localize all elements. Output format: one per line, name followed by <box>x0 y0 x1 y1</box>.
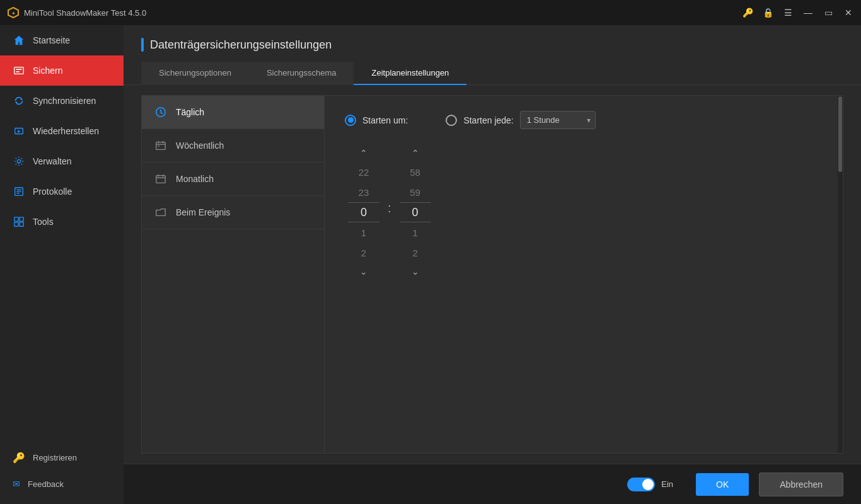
interval-select[interactable]: 1 Stunde 2 Stunden 3 Stunden 6 Stunden 1… <box>520 111 596 129</box>
home-icon <box>13 34 25 47</box>
tab-bar: Sicherungsoptionen Sicherungsschema Zeit… <box>124 62 861 85</box>
key-icon[interactable]: 🔑 <box>743 8 753 18</box>
radio-starten-um[interactable]: Starten um: <box>345 115 408 126</box>
maximize-button[interactable]: ▭ <box>823 8 833 18</box>
minute-plus1: 1 <box>412 222 417 243</box>
minute-minus1: 59 <box>410 182 420 202</box>
sidebar-item-protokolle[interactable]: Protokolle <box>0 176 124 207</box>
schedule-label-taeglich: Täglich <box>176 107 204 117</box>
minute-minus2: 58 <box>410 162 420 182</box>
hours-up-arrow[interactable]: ⌃ <box>351 144 376 162</box>
schedule-item-beim-ereignis[interactable]: Beim Ereignis <box>142 196 324 229</box>
radio-label-starten-jede: Starten jede: <box>463 115 513 125</box>
hours-down-arrow[interactable]: ⌄ <box>351 263 376 280</box>
clock-icon <box>154 106 167 118</box>
schedule-item-woechentlich[interactable]: Wöchentlich <box>142 129 324 163</box>
hour-minus1: 23 <box>359 182 369 202</box>
app-body: Startseite Sichern Synchronisieren Wiede… <box>0 25 861 504</box>
schedule-label-beim-ereignis: Beim Ereignis <box>176 207 230 217</box>
content-area: Datenträgersicherungseinstellungen Siche… <box>124 25 861 504</box>
svg-rect-4 <box>16 71 20 72</box>
restore-icon <box>13 125 25 137</box>
sidebar-label-synchronisieren: Synchronisieren <box>33 96 96 106</box>
scrollbar-track[interactable] <box>838 96 843 453</box>
sidebar-label-verwalten: Verwalten <box>33 156 71 166</box>
minute-plus2: 2 <box>412 243 417 263</box>
svg-point-7 <box>17 159 20 163</box>
toggle-switch[interactable] <box>627 478 655 491</box>
page-title: Datenträgersicherungseinstellungen <box>150 38 332 52</box>
lock-icon[interactable]: 🔒 <box>763 8 773 18</box>
schedule-item-taeglich[interactable]: Täglich <box>142 96 324 129</box>
sidebar-item-tools[interactable]: Tools <box>0 207 124 237</box>
tools-icon <box>13 215 25 228</box>
schedule-label-monatlich: Monatlich <box>176 174 214 184</box>
toggle-row: Ein <box>627 478 673 491</box>
minutes-up-arrow[interactable]: ⌃ <box>403 144 428 162</box>
window-controls: 🔑 🔒 ☰ — ▭ ✕ <box>743 8 853 18</box>
app-title: MiniTool ShadowMaker Test 4.5.0 <box>24 8 743 18</box>
sidebar-item-sichern[interactable]: Sichern <box>0 55 124 86</box>
sidebar-item-registrieren[interactable]: 🔑 Registrieren <box>0 444 124 471</box>
radio-starten-jede[interactable]: Starten jede: 1 Stunde 2 Stunden 3 Stund… <box>446 111 595 129</box>
backup-icon <box>13 64 25 77</box>
time-colon: : <box>388 201 391 222</box>
schedule-label-woechentlich: Wöchentlich <box>176 140 224 151</box>
mail-icon: ✉ <box>13 479 20 489</box>
sidebar-label-wiederherstellen: Wiederherstellen <box>33 126 99 136</box>
menu-icon[interactable]: ☰ <box>783 8 793 18</box>
svg-rect-12 <box>14 217 18 221</box>
svg-rect-3 <box>16 69 22 70</box>
scrollbar-thumb[interactable] <box>838 96 842 172</box>
tab-sicherungsoptionen[interactable]: Sicherungsoptionen <box>141 62 249 85</box>
log-icon <box>13 185 25 198</box>
sidebar-label-startseite: Startseite <box>33 35 70 45</box>
tab-zeitplaneinstellungen[interactable]: Zeitplaneinstellungen <box>354 62 466 85</box>
close-button[interactable]: ✕ <box>843 8 853 18</box>
time-col-hours: ⌃ 22 23 0 1 2 ⌄ <box>345 144 383 280</box>
svg-rect-2 <box>14 67 23 74</box>
sidebar-label-sichern: Sichern <box>33 66 62 76</box>
svg-text:✦: ✦ <box>11 11 16 16</box>
sidebar-label-tools: Tools <box>33 217 54 227</box>
hour-current: 0 <box>348 202 379 222</box>
svg-rect-15 <box>20 222 23 226</box>
calendar-week-icon <box>154 139 167 152</box>
abbrechen-button[interactable]: Abbrechen <box>759 472 843 496</box>
minutes-down-arrow[interactable]: ⌄ <box>403 263 428 280</box>
footer: Ein OK Abbrechen <box>124 464 861 504</box>
sidebar-item-feedback[interactable]: ✉ Feedback <box>0 471 124 496</box>
sync-icon <box>13 94 25 107</box>
radio-row: Starten um: Starten jede: 1 Stunde 2 Stu… <box>345 111 823 129</box>
manage-icon <box>13 155 25 168</box>
radio-circle-starten-jede <box>446 115 457 126</box>
sidebar-label-protokolle: Protokolle <box>33 186 72 197</box>
calendar-month-icon <box>154 173 167 185</box>
time-col-minutes: ⌃ 58 59 0 1 2 ⌄ <box>396 144 434 280</box>
schedule-item-monatlich[interactable]: Monatlich <box>142 163 324 196</box>
time-picker: ⌃ 22 23 0 1 2 ⌄ : ⌃ 58 59 0 <box>345 144 823 280</box>
svg-rect-14 <box>14 222 18 226</box>
hour-plus2: 2 <box>361 243 366 263</box>
sidebar-item-verwalten[interactable]: Verwalten <box>0 146 124 176</box>
title-accent-bar <box>141 38 144 52</box>
radio-label-starten-um: Starten um: <box>362 115 408 125</box>
key-bottom-icon: 🔑 <box>13 452 25 464</box>
minimize-button[interactable]: — <box>803 8 813 18</box>
svg-rect-17 <box>156 142 165 150</box>
tab-sicherungsschema[interactable]: Sicherungsschema <box>249 62 354 85</box>
ok-button[interactable]: OK <box>696 473 749 496</box>
toggle-label: Ein <box>661 479 673 489</box>
radio-circle-starten-um <box>345 115 356 126</box>
sidebar-item-synchronisieren[interactable]: Synchronisieren <box>0 86 124 116</box>
sidebar-item-wiederherstellen[interactable]: Wiederherstellen <box>0 116 124 146</box>
sidebar-item-startseite[interactable]: Startseite <box>0 25 124 55</box>
page-header: Datenträgersicherungseinstellungen <box>124 25 861 62</box>
hour-minus2: 22 <box>359 162 369 182</box>
sidebar-bottom: 🔑 Registrieren ✉ Feedback <box>0 444 124 504</box>
svg-rect-13 <box>20 217 23 221</box>
svg-marker-6 <box>18 130 21 133</box>
sidebar-label-registrieren: Registrieren <box>33 453 77 462</box>
dialog-body: Täglich Wöchentlich <box>141 95 843 454</box>
schedule-list: Täglich Wöchentlich <box>142 96 325 453</box>
